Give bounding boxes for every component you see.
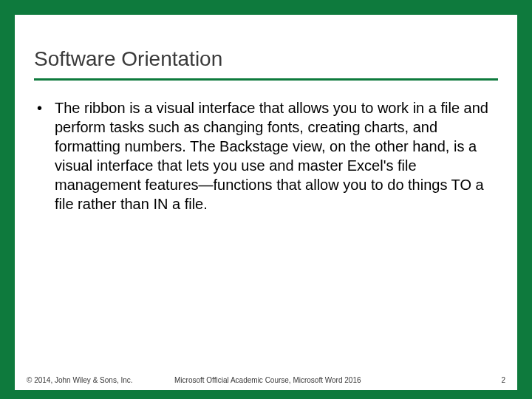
slide-content: Software Orientation • The ribbon is a v… xyxy=(15,15,517,214)
footer-page-number: 2 xyxy=(483,376,505,384)
slide-footer: © 2014, John Wiley & Sons, Inc. Microsof… xyxy=(15,376,517,384)
bullet-item: • The ribbon is a visual interface that … xyxy=(34,98,498,214)
bullet-marker: • xyxy=(34,98,55,117)
slide-title: Software Orientation xyxy=(34,47,498,81)
footer-course: Microsoft Official Academic Course, Micr… xyxy=(152,376,483,384)
bullet-text: The ribbon is a visual interface that al… xyxy=(55,98,498,214)
slide: Software Orientation • The ribbon is a v… xyxy=(15,15,517,390)
footer-copyright: © 2014, John Wiley & Sons, Inc. xyxy=(27,376,152,384)
